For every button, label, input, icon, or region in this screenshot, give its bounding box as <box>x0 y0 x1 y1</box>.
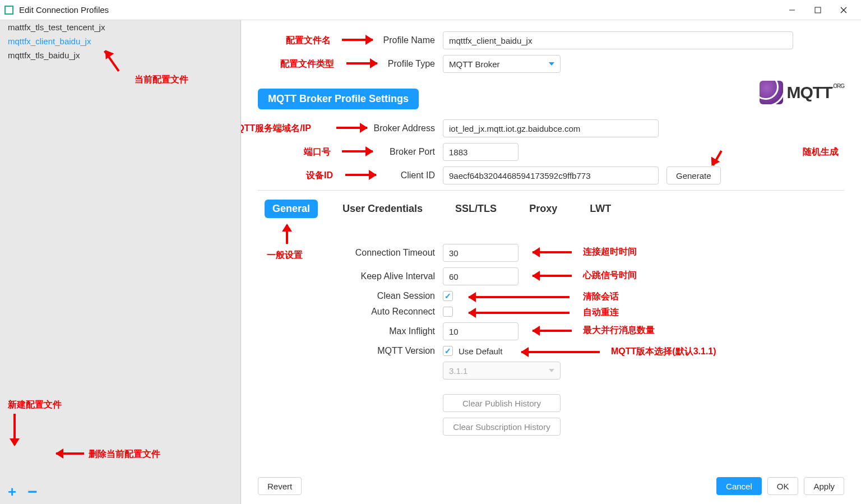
mqtt-logo-icon <box>760 81 783 104</box>
app-icon <box>4 6 13 15</box>
connection-timeout-input[interactable] <box>443 244 519 262</box>
sidebar-footer: + − <box>0 479 240 504</box>
annotation-keepalive: 心跳信号时间 <box>583 270 637 281</box>
annotation-clean-session: 清除会话 <box>583 291 619 303</box>
arrow-icon <box>342 147 373 149</box>
remove-profile-button[interactable]: − <box>27 482 38 501</box>
arrow-icon <box>533 272 572 273</box>
arrow-icon <box>712 158 732 159</box>
footer: Revert Cancel OK Apply <box>258 477 844 495</box>
annotation-max-inflight: 最大并行消息数量 <box>583 325 655 336</box>
arrow-icon <box>346 59 377 61</box>
keep-alive-input[interactable] <box>443 267 519 285</box>
generate-button[interactable]: Generate <box>666 167 721 184</box>
mqtt-logo-text: MQTT.ORG <box>786 83 844 102</box>
chevron-down-icon <box>549 369 554 372</box>
annotation-random-gen: 随机生成 <box>803 146 839 158</box>
svg-rect-1 <box>815 7 821 13</box>
sidebar: mattfx_tls_test_tencent_jx mqttfx_client… <box>0 20 241 504</box>
annotation-conn-timeout: 连接超时时间 <box>583 246 637 258</box>
maximize-button[interactable] <box>805 2 831 19</box>
arrow-icon <box>342 36 373 37</box>
mqtt-version-checkbox[interactable] <box>443 346 453 356</box>
clean-session-checkbox[interactable] <box>443 291 453 301</box>
tabs: General User Credentials SSL/TLS Proxy L… <box>265 200 844 218</box>
annotation-profile-type: 配置文件类型 <box>280 58 334 70</box>
arrow-icon <box>345 171 376 172</box>
broker-port-input[interactable] <box>443 143 519 161</box>
chevron-down-icon <box>549 62 554 66</box>
max-inflight-label: Max Inflight <box>258 326 443 336</box>
arrow-icon <box>104 52 135 76</box>
tab-ssl[interactable]: SSL/TLS <box>447 200 504 218</box>
auto-reconnect-label: Auto Reconnect <box>258 307 443 317</box>
tab-general[interactable]: General <box>265 200 318 218</box>
arrow-icon <box>533 327 572 328</box>
annotation-auto-reconnect: 自动重连 <box>583 307 619 318</box>
revert-button[interactable]: Revert <box>258 477 302 495</box>
annotation-delete-profile: 删除当前配置文件 <box>89 448 160 460</box>
annotation-current-profile: 当前配置文件 <box>135 74 188 86</box>
tab-user-credentials[interactable]: User Credentials <box>335 200 430 218</box>
arrow-icon <box>521 348 600 349</box>
arrow-icon <box>469 293 570 294</box>
clear-publish-button[interactable]: Clear Publish History <box>443 394 561 412</box>
annotation-new-profile: 新建配置文件 <box>8 399 62 411</box>
profile-item-selected[interactable]: mqttfx_client_baidu_jx <box>0 34 240 48</box>
annotation-port: 端口号 <box>304 146 331 158</box>
annotation-mqtt-version: MQTT版本选择(默认3.1.1) <box>611 346 716 358</box>
apply-button[interactable]: Apply <box>804 477 844 495</box>
max-inflight-input[interactable] <box>443 322 519 340</box>
profile-item[interactable]: mattfx_tls_test_tencent_jx <box>0 20 240 34</box>
titlebar: Edit Connection Profiles <box>0 0 861 20</box>
annotation-device-id: 设备ID <box>306 170 333 182</box>
profile-type-select[interactable]: MQTT Broker <box>443 55 561 73</box>
use-default-label: Use Default <box>459 346 502 356</box>
arrow-icon <box>56 450 84 451</box>
tab-lwt[interactable]: LWT <box>582 200 619 218</box>
ok-button[interactable]: OK <box>767 477 799 495</box>
mqtt-logo: MQTT.ORG <box>760 81 844 104</box>
annotation-profile-name: 配置文件名 <box>286 35 331 47</box>
keep-alive-label: Keep Alive Interval <box>258 271 443 281</box>
annotation-broker-domain: MQTT服务端域名/IP <box>241 123 311 135</box>
clear-subscription-button[interactable]: Clear Subscription History <box>443 418 561 436</box>
connection-timeout-label: Connection Timeout <box>258 248 443 258</box>
arrow-icon <box>336 124 367 125</box>
profile-name-input[interactable] <box>443 31 793 49</box>
arrow-icon <box>469 309 570 310</box>
separator <box>258 190 844 191</box>
tab-proxy[interactable]: Proxy <box>521 200 565 218</box>
main-panel: 配置文件名 Profile Name 配置文件类型 Profile Type M… <box>241 20 861 504</box>
client-id-input[interactable] <box>443 167 659 184</box>
broker-address-input[interactable] <box>443 119 659 137</box>
broker-settings-banner: MQTT Broker Profile Settings <box>258 89 419 109</box>
arrow-icon <box>533 248 572 249</box>
mqtt-version-select: 3.1.1 <box>443 362 561 380</box>
minimize-button[interactable] <box>779 2 805 19</box>
window-title: Edit Connection Profiles <box>19 5 779 15</box>
cancel-button[interactable]: Cancel <box>716 477 762 495</box>
clean-session-label: Clean Session <box>258 291 443 301</box>
add-profile-button[interactable]: + <box>8 483 16 501</box>
close-button[interactable] <box>831 2 857 19</box>
mqtt-version-label: MQTT Version <box>258 346 443 356</box>
auto-reconnect-checkbox[interactable] <box>443 307 453 317</box>
